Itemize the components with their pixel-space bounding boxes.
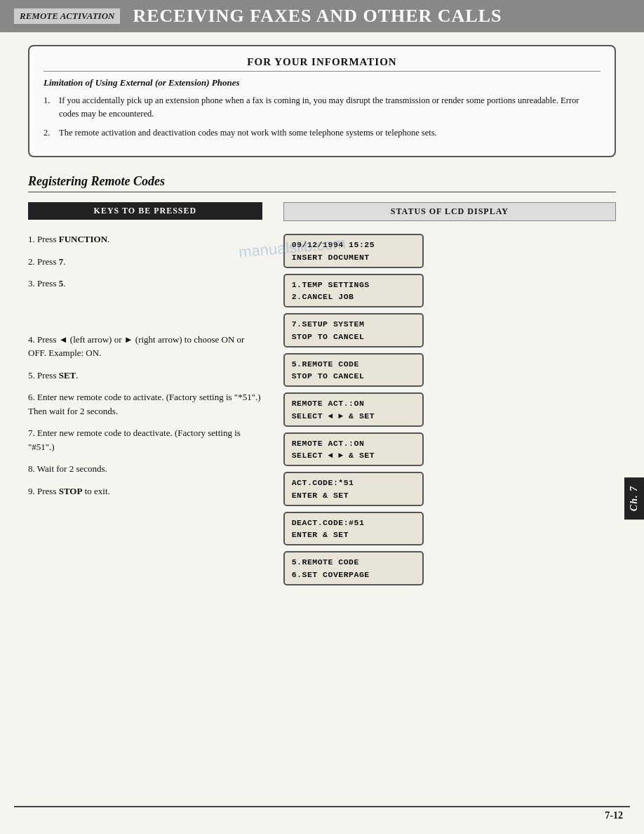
keys-column: KEYS TO BE PRESSED 1. Press FUNCTION. 2.… [28, 202, 269, 585]
footer-divider [14, 806, 630, 807]
step-2: 2. Press 7. [28, 255, 262, 269]
lcd-display-2: 1.TEMP SETTINGS 2.CANCEL JOB [283, 274, 424, 308]
chapter-tab: Ch. 7 [624, 477, 644, 519]
section-label: REMOTE ACTIVATION [14, 8, 120, 24]
info-list: 1.If you accidentally pick up an extensi… [43, 94, 601, 139]
two-column-layout: KEYS TO BE PRESSED 1. Press FUNCTION. 2.… [28, 202, 616, 585]
info-box-title: FOR YOUR INFORMATION [43, 56, 601, 72]
section-heading: Registering Remote Codes [28, 174, 616, 192]
lcd-display-7: ACT.CODE:*51 ENTER & SET [283, 472, 424, 506]
lcd-display-4: 5.REMOTE CODE STOP TO CANCEL [283, 353, 424, 388]
lcd-column-header: STATUS OF LCD DISPLAY [283, 202, 616, 221]
step-9: 9. Press STOP to exit. [28, 484, 262, 498]
lcd-display-5: REMOTE ACT.:ON SELECT ◄ ► & SET [283, 392, 424, 427]
keys-column-header: KEYS TO BE PRESSED [28, 202, 262, 220]
main-content: FOR YOUR INFORMATION Limitation of Using… [0, 45, 644, 585]
info-box-subtitle: Limitation of Using External (or Extensi… [43, 77, 601, 88]
info-box: FOR YOUR INFORMATION Limitation of Using… [28, 45, 616, 157]
lcd-display-9: 5.REMOTE CODE 6.SET COVERPAGE [283, 551, 424, 585]
lcd-display-1: 09/12/1994 15:25 INSERT DOCUMENT [283, 234, 424, 268]
page-number: 7-12 [0, 810, 644, 821]
step-3: 3. Press 5. [28, 277, 262, 291]
step-6: 6. Enter new remote code to activate. (F… [28, 390, 262, 418]
list-item: 2.The remote activation and deactivation… [43, 126, 601, 140]
lcd-display-6: REMOTE ACT.:ON SELECT ◄ ► & SET [283, 432, 424, 467]
lcd-column: STATUS OF LCD DISPLAY 09/12/1994 15:25 I… [283, 202, 616, 585]
step-5: 5. Press SET. [28, 369, 262, 383]
page-title: RECEIVING FAXES AND OTHER CALLS [133, 6, 502, 27]
list-item: 1.If you accidentally pick up an extensi… [43, 94, 601, 121]
step-1: 1. Press FUNCTION. [28, 232, 262, 246]
page-header: REMOTE ACTIVATION RECEIVING FAXES AND OT… [0, 0, 644, 32]
step-8: 8. Wait for 2 seconds. [28, 462, 262, 476]
step-4: 4. Press ◄ (left arrow) or ► (right arro… [28, 333, 262, 360]
lcd-display-8: DEACT.CODE:#51 ENTER & SET [283, 512, 424, 546]
page-footer: 7-12 [0, 806, 644, 821]
step-7: 7. Enter new remote code to deactivate. … [28, 426, 262, 454]
lcd-display-3: 7.SETUP SYSTEM STOP TO CANCEL [283, 313, 424, 348]
